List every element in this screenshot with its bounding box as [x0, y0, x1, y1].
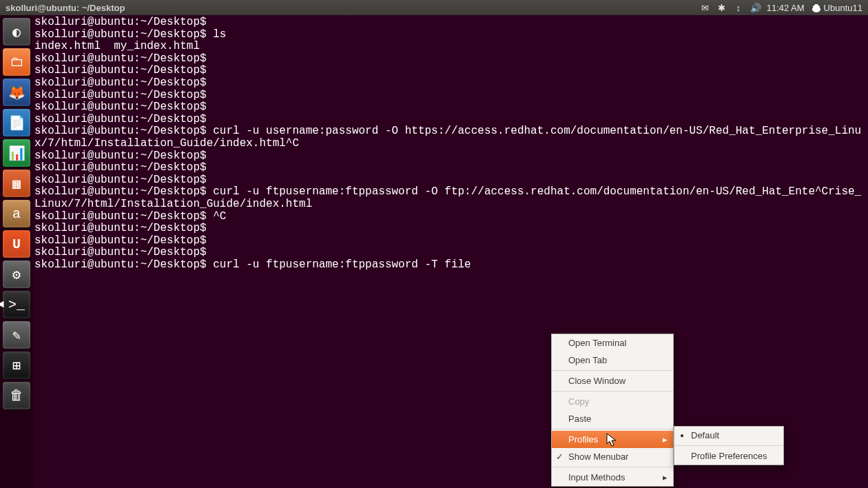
terminal-prompt: skolluri@ubuntu:~/Desktop$: [34, 258, 207, 271]
terminal-prompt: skolluri@ubuntu:~/Desktop$: [34, 28, 207, 41]
terminal-prompt: skolluri@ubuntu:~/Desktop$: [34, 89, 207, 101]
ctx-open-tab[interactable]: Open Tab: [552, 352, 673, 369]
ctx-separator: [552, 429, 673, 429]
terminal[interactable]: skolluri@ubuntu:~/Desktop$ skolluri@ubun…: [33, 15, 868, 488]
terminal-context-menu: Open TerminalOpen TabClose WindowCopyPas…: [551, 334, 674, 487]
ctx-input-methods[interactable]: Input Methods▸: [552, 469, 673, 486]
launcher-workspaces-icon[interactable]: ⊞: [3, 352, 30, 379]
terminal-prompt: skolluri@ubuntu:~/Desktop$: [34, 161, 207, 174]
terminal-output: index.html my_index.html: [34, 40, 200, 52]
menu-item-label: Paste: [568, 414, 591, 424]
mouse-cursor-icon: [606, 433, 617, 448]
user-label: Ubuntu11: [824, 3, 862, 13]
indicator-area: ✉ ✱ ↕ 🔊 11:42 AM Ubuntu11: [701, 3, 862, 13]
terminal-command: ls: [207, 28, 227, 41]
terminal-prompt: skolluri@ubuntu:~/Desktop$: [34, 210, 207, 223]
terminal-prompt: skolluri@ubuntu:~/Desktop$: [34, 246, 207, 258]
ctx-profiles-profile-preferences[interactable]: Profile Preferences: [674, 447, 783, 465]
terminal-prompt: skolluri@ubuntu:~/Desktop$: [34, 52, 207, 65]
ctx-separator: [552, 370, 673, 371]
terminal-prompt: skolluri@ubuntu:~/Desktop$: [34, 77, 207, 89]
launcher: ◐🗀🦊📄📊▦aU⚙>_✎⊞🗑: [0, 15, 33, 488]
menu-item-label: Open Terminal: [568, 338, 626, 348]
user-icon: [812, 3, 821, 12]
chevron-right-icon: ▸: [663, 472, 668, 482]
menu-item-label: Copy: [568, 396, 589, 407]
terminal-prompt: skolluri@ubuntu:~/Desktop$: [34, 16, 207, 28]
launcher-files-icon[interactable]: 🗀: [3, 48, 30, 76]
terminal-prompt: skolluri@ubuntu:~/Desktop$: [34, 113, 207, 125]
ctx-copy: Copy: [552, 393, 673, 410]
menu-item-label: Close Window: [568, 376, 626, 386]
volume-icon[interactable]: 🔊: [750, 3, 760, 13]
ctx-close-window[interactable]: Close Window: [552, 372, 673, 389]
ctx-paste[interactable]: Paste: [552, 410, 673, 427]
terminal-prompt: skolluri@ubuntu:~/Desktop$: [34, 234, 207, 247]
launcher-terminal-icon[interactable]: >_: [3, 291, 30, 318]
check-icon: ✓: [556, 451, 564, 462]
profiles-submenu: ●DefaultProfile Preferences: [674, 426, 784, 465]
top-panel: skolluri@ubuntu: ~/Desktop ✉ ✱ ↕ 🔊 11:42…: [0, 0, 868, 15]
chevron-right-icon: ▸: [663, 434, 668, 445]
terminal-command: ^C: [207, 210, 227, 223]
bluetooth-icon[interactable]: ✱: [717, 3, 727, 13]
launcher-settings-icon[interactable]: ⚙: [3, 261, 30, 288]
menu-item-label: Input Methods: [568, 472, 625, 482]
launcher-trash-icon[interactable]: 🗑: [3, 382, 30, 409]
launcher-amazon-icon[interactable]: a: [3, 200, 30, 227]
launcher-software-icon[interactable]: U: [3, 230, 30, 258]
menu-item-label: Profiles: [568, 434, 598, 445]
launcher-calc-icon[interactable]: 📊: [3, 139, 30, 167]
launcher-dash-icon[interactable]: ◐: [3, 18, 30, 45]
terminal-prompt: skolluri@ubuntu:~/Desktop$: [34, 185, 207, 198]
launcher-editor-icon[interactable]: ✎: [3, 321, 30, 349]
terminal-prompt: skolluri@ubuntu:~/Desktop$: [34, 64, 207, 77]
mail-icon[interactable]: ✉: [701, 3, 710, 13]
ctx-profiles-separator: [674, 445, 783, 446]
launcher-writer-icon[interactable]: 📄: [3, 109, 30, 136]
menu-item-label: Show Menubar: [568, 451, 628, 462]
terminal-prompt: skolluri@ubuntu:~/Desktop$: [34, 150, 207, 162]
ctx-separator: [552, 391, 673, 392]
radio-icon: ●: [680, 431, 684, 439]
window-title: skolluri@ubuntu: ~/Desktop: [6, 3, 125, 13]
launcher-impress-icon[interactable]: ▦: [3, 170, 30, 197]
clock[interactable]: 11:42 AM: [767, 3, 805, 13]
terminal-prompt: skolluri@ubuntu:~/Desktop$: [34, 101, 207, 113]
menu-item-label: Open Tab: [568, 355, 607, 365]
menu-item-label: Default: [691, 430, 719, 440]
session-menu[interactable]: Ubuntu11: [812, 3, 862, 13]
ctx-show-menubar[interactable]: ✓Show Menubar: [552, 448, 673, 465]
terminal-prompt: skolluri@ubuntu:~/Desktop$: [34, 174, 207, 186]
network-icon[interactable]: ↕: [734, 3, 743, 13]
terminal-command: curl -u ftpusername:ftppassword -T file: [207, 258, 471, 271]
launcher-firefox-icon[interactable]: 🦊: [3, 79, 30, 106]
ctx-profiles-default[interactable]: ●Default: [674, 427, 783, 444]
ctx-separator: [552, 467, 673, 467]
menu-item-label: Profile Preferences: [691, 451, 767, 461]
terminal-prompt: skolluri@ubuntu:~/Desktop$: [34, 222, 207, 234]
terminal-prompt: skolluri@ubuntu:~/Desktop$: [34, 125, 207, 137]
ctx-open-terminal[interactable]: Open Terminal: [552, 334, 673, 352]
